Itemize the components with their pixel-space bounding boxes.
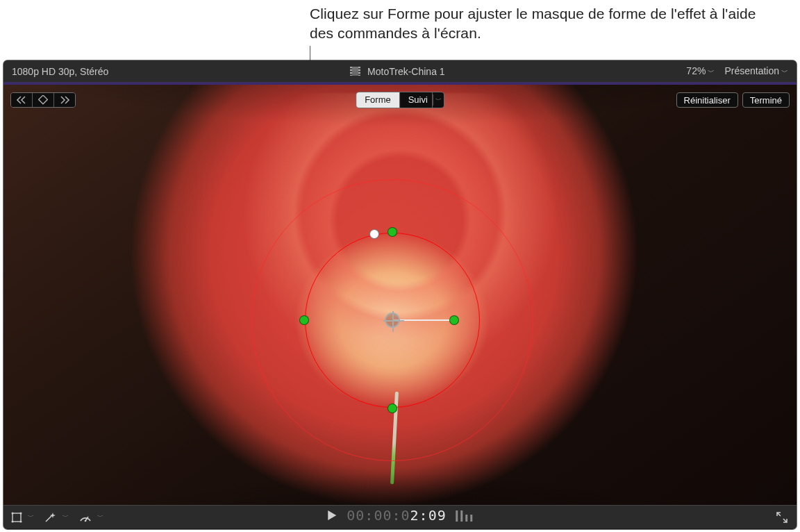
shape-mask-center-handle[interactable] <box>385 313 400 328</box>
format-label: 1080p HD 30p, Stéréo <box>3 66 108 77</box>
timecode-display[interactable]: 00:00:02:09 <box>347 507 446 524</box>
shape-mask-bottom-handle[interactable] <box>388 404 397 413</box>
transform-icon <box>10 511 23 524</box>
overlay-right-buttons: Réinitialiser Terminé <box>676 92 790 108</box>
audio-meter-icon <box>456 509 473 522</box>
svg-rect-1 <box>12 513 21 522</box>
speed-gauge-icon <box>78 511 92 524</box>
done-button[interactable]: Terminé <box>742 92 790 108</box>
shape-mask-rotate-handle[interactable] <box>369 229 379 239</box>
svg-point-7 <box>85 519 87 522</box>
timecode-dim: 00:00:0 <box>347 507 410 524</box>
tracking-mode-button[interactable]: Suivi <box>400 92 432 108</box>
chevron-down-icon: ﹀ <box>433 94 444 106</box>
play-button[interactable] <box>327 510 337 521</box>
viewer-canvas[interactable]: Forme Suivi ﹀ Réinitialiser Terminé <box>3 85 797 505</box>
enhance-tool[interactable]: ﹀ <box>44 511 72 524</box>
reset-button[interactable]: Réinitialiser <box>676 92 738 108</box>
chevron-down-icon: ﹀ <box>779 68 788 76</box>
keyframe-nav-group <box>10 92 76 108</box>
shape-mask-top-handle[interactable] <box>388 227 397 237</box>
magic-wand-icon <box>44 511 58 524</box>
video-frame-detail <box>178 93 622 396</box>
prev-keyframe-button[interactable] <box>11 93 32 107</box>
svg-point-3 <box>20 512 22 514</box>
viewer-topbar: 1080p HD 30p, Stéréo MotoTrek-China 1 72… <box>3 60 797 83</box>
tracking-options-dropdown[interactable]: ﹀ <box>433 92 444 108</box>
chevron-down-icon[interactable]: ﹀ <box>60 513 72 522</box>
callout-text: Cliquez sur Forme pour ajuster le masque… <box>310 4 768 44</box>
transport-controls: 00:00:02:09 <box>327 507 472 524</box>
shape-mask-left-handle[interactable] <box>299 315 309 325</box>
svg-point-5 <box>20 520 22 522</box>
transform-tool[interactable]: ﹀ <box>10 511 37 524</box>
filmstrip-icon <box>350 67 360 76</box>
svg-rect-0 <box>39 95 48 104</box>
retime-tool[interactable]: ﹀ <box>78 511 106 524</box>
clip-title: MotoTrek-China 1 <box>367 66 445 77</box>
shape-mask-right-handle[interactable] <box>449 315 459 325</box>
svg-point-4 <box>12 520 14 522</box>
svg-point-2 <box>12 512 14 514</box>
shape-mode-button[interactable]: Forme <box>356 92 399 108</box>
shape-tracking-segment: Forme Suivi ﹀ <box>356 92 444 108</box>
add-keyframe-button[interactable] <box>33 93 53 107</box>
tracking-mode-label: Suivi <box>408 92 428 108</box>
chevron-down-icon: ﹀ <box>706 68 715 76</box>
chevron-down-icon[interactable]: ﹀ <box>25 513 37 522</box>
zoom-menu[interactable]: 72%﹀ <box>686 65 715 77</box>
viewer-window: 1080p HD 30p, Stéréo MotoTrek-China 1 72… <box>3 60 797 529</box>
fullscreen-button[interactable] <box>776 511 788 524</box>
timecode-bright: 2:09 <box>410 507 447 524</box>
next-keyframe-button[interactable] <box>54 93 75 107</box>
view-menu[interactable]: Présentation﹀ <box>724 65 788 77</box>
chevron-down-icon[interactable]: ﹀ <box>94 513 106 522</box>
